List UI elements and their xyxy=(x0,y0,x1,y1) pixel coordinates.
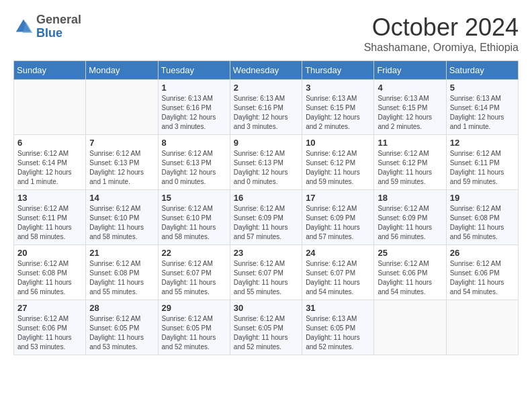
calendar-cell: 23Sunrise: 6:12 AM Sunset: 6:07 PM Dayli… xyxy=(230,245,302,300)
day-number: 18 xyxy=(378,193,442,203)
day-info: Sunrise: 6:12 AM Sunset: 6:06 PM Dayligh… xyxy=(17,314,82,352)
day-number: 7 xyxy=(89,138,154,148)
day-info: Sunrise: 6:12 AM Sunset: 6:09 PM Dayligh… xyxy=(234,204,298,242)
day-number: 8 xyxy=(162,138,226,148)
calendar-header-friday: Friday xyxy=(374,61,446,80)
day-number: 31 xyxy=(306,303,370,313)
logo-text: General Blue xyxy=(36,13,81,40)
day-info: Sunrise: 6:12 AM Sunset: 6:05 PM Dayligh… xyxy=(89,314,154,352)
calendar-week-row: 6Sunrise: 6:12 AM Sunset: 6:14 PM Daylig… xyxy=(14,135,519,190)
day-info: Sunrise: 6:13 AM Sunset: 6:05 PM Dayligh… xyxy=(306,314,370,352)
day-number: 20 xyxy=(17,248,82,258)
day-info: Sunrise: 6:12 AM Sunset: 6:06 PM Dayligh… xyxy=(378,259,442,297)
day-info: Sunrise: 6:12 AM Sunset: 6:10 PM Dayligh… xyxy=(162,204,226,242)
calendar-cell: 7Sunrise: 6:12 AM Sunset: 6:13 PM Daylig… xyxy=(86,135,158,190)
day-number: 14 xyxy=(89,193,154,203)
logo: General Blue xyxy=(13,13,81,40)
calendar-cell: 14Sunrise: 6:12 AM Sunset: 6:10 PM Dayli… xyxy=(86,190,158,245)
day-number: 19 xyxy=(450,193,515,203)
day-info: Sunrise: 6:12 AM Sunset: 6:11 PM Dayligh… xyxy=(17,204,82,242)
calendar-cell: 24Sunrise: 6:12 AM Sunset: 6:07 PM Dayli… xyxy=(302,245,374,300)
day-number: 9 xyxy=(234,138,298,148)
calendar-cell: 12Sunrise: 6:12 AM Sunset: 6:11 PM Dayli… xyxy=(446,135,518,190)
calendar-header-tuesday: Tuesday xyxy=(158,61,230,80)
day-info: Sunrise: 6:12 AM Sunset: 6:08 PM Dayligh… xyxy=(17,259,82,297)
day-info: Sunrise: 6:12 AM Sunset: 6:06 PM Dayligh… xyxy=(450,259,515,297)
calendar-header-row: SundayMondayTuesdayWednesdayThursdayFrid… xyxy=(14,61,519,80)
month-title: October 2024 xyxy=(364,13,519,42)
day-number: 16 xyxy=(234,193,298,203)
day-info: Sunrise: 6:12 AM Sunset: 6:11 PM Dayligh… xyxy=(450,149,515,187)
day-number: 11 xyxy=(378,138,442,148)
day-info: Sunrise: 6:12 AM Sunset: 6:05 PM Dayligh… xyxy=(234,314,298,352)
calendar-cell: 10Sunrise: 6:12 AM Sunset: 6:12 PM Dayli… xyxy=(302,135,374,190)
calendar-cell: 11Sunrise: 6:12 AM Sunset: 6:12 PM Dayli… xyxy=(374,135,446,190)
day-number: 27 xyxy=(17,303,82,313)
calendar-header-thursday: Thursday xyxy=(302,61,374,80)
day-info: Sunrise: 6:12 AM Sunset: 6:08 PM Dayligh… xyxy=(89,259,154,297)
logo-blue: Blue xyxy=(36,27,81,40)
day-info: Sunrise: 6:12 AM Sunset: 6:09 PM Dayligh… xyxy=(306,204,370,242)
day-number: 5 xyxy=(450,83,515,93)
day-info: Sunrise: 6:12 AM Sunset: 6:07 PM Dayligh… xyxy=(234,259,298,297)
calendar-cell: 26Sunrise: 6:12 AM Sunset: 6:06 PM Dayli… xyxy=(446,245,518,300)
day-number: 28 xyxy=(89,303,154,313)
calendar-cell: 15Sunrise: 6:12 AM Sunset: 6:10 PM Dayli… xyxy=(158,190,230,245)
calendar-week-row: 13Sunrise: 6:12 AM Sunset: 6:11 PM Dayli… xyxy=(14,190,519,245)
day-number: 13 xyxy=(17,193,82,203)
day-info: Sunrise: 6:12 AM Sunset: 6:07 PM Dayligh… xyxy=(162,259,226,297)
calendar-week-row: 1Sunrise: 6:13 AM Sunset: 6:16 PM Daylig… xyxy=(14,80,519,135)
day-info: Sunrise: 6:12 AM Sunset: 6:12 PM Dayligh… xyxy=(378,149,442,187)
calendar-cell: 22Sunrise: 6:12 AM Sunset: 6:07 PM Dayli… xyxy=(158,245,230,300)
calendar-cell: 18Sunrise: 6:12 AM Sunset: 6:09 PM Dayli… xyxy=(374,190,446,245)
day-number: 4 xyxy=(378,83,442,93)
page-header: General Blue October 2024 Shashamane, Or… xyxy=(13,13,519,54)
day-number: 12 xyxy=(450,138,515,148)
calendar-cell: 29Sunrise: 6:12 AM Sunset: 6:05 PM Dayli… xyxy=(158,300,230,355)
calendar-cell xyxy=(14,80,86,135)
day-number: 3 xyxy=(306,83,370,93)
calendar-cell: 27Sunrise: 6:12 AM Sunset: 6:06 PM Dayli… xyxy=(14,300,86,355)
day-number: 1 xyxy=(162,83,226,93)
calendar-header-saturday: Saturday xyxy=(446,61,518,80)
day-number: 6 xyxy=(17,138,82,148)
calendar-cell: 21Sunrise: 6:12 AM Sunset: 6:08 PM Dayli… xyxy=(86,245,158,300)
calendar-cell: 9Sunrise: 6:12 AM Sunset: 6:13 PM Daylig… xyxy=(230,135,302,190)
day-number: 2 xyxy=(234,83,298,93)
day-info: Sunrise: 6:12 AM Sunset: 6:09 PM Dayligh… xyxy=(378,204,442,242)
calendar-cell: 1Sunrise: 6:13 AM Sunset: 6:16 PM Daylig… xyxy=(158,80,230,135)
calendar-table: SundayMondayTuesdayWednesdayThursdayFrid… xyxy=(13,60,519,355)
calendar-header-sunday: Sunday xyxy=(14,61,86,80)
day-info: Sunrise: 6:12 AM Sunset: 6:13 PM Dayligh… xyxy=(89,149,154,187)
location: Shashamane, Oromiya, Ethiopia xyxy=(364,42,519,54)
day-number: 22 xyxy=(162,248,226,258)
calendar-cell: 28Sunrise: 6:12 AM Sunset: 6:05 PM Dayli… xyxy=(86,300,158,355)
day-number: 24 xyxy=(306,248,370,258)
calendar-cell: 31Sunrise: 6:13 AM Sunset: 6:05 PM Dayli… xyxy=(302,300,374,355)
calendar-header-monday: Monday xyxy=(86,61,158,80)
calendar-cell xyxy=(86,80,158,135)
calendar-cell: 20Sunrise: 6:12 AM Sunset: 6:08 PM Dayli… xyxy=(14,245,86,300)
day-number: 21 xyxy=(89,248,154,258)
day-info: Sunrise: 6:13 AM Sunset: 6:14 PM Dayligh… xyxy=(450,94,515,132)
calendar-header-wednesday: Wednesday xyxy=(230,61,302,80)
logo-general: General xyxy=(36,13,81,27)
calendar-cell xyxy=(374,300,446,355)
day-info: Sunrise: 6:12 AM Sunset: 6:05 PM Dayligh… xyxy=(162,314,226,352)
day-info: Sunrise: 6:12 AM Sunset: 6:08 PM Dayligh… xyxy=(450,204,515,242)
day-number: 10 xyxy=(306,138,370,148)
calendar-cell: 8Sunrise: 6:12 AM Sunset: 6:13 PM Daylig… xyxy=(158,135,230,190)
day-info: Sunrise: 6:12 AM Sunset: 6:13 PM Dayligh… xyxy=(162,149,226,187)
day-info: Sunrise: 6:12 AM Sunset: 6:14 PM Dayligh… xyxy=(17,149,82,187)
day-number: 25 xyxy=(378,248,442,258)
day-info: Sunrise: 6:12 AM Sunset: 6:07 PM Dayligh… xyxy=(306,259,370,297)
day-number: 15 xyxy=(162,193,226,203)
calendar-cell: 16Sunrise: 6:12 AM Sunset: 6:09 PM Dayli… xyxy=(230,190,302,245)
calendar-cell: 17Sunrise: 6:12 AM Sunset: 6:09 PM Dayli… xyxy=(302,190,374,245)
calendar-cell: 3Sunrise: 6:13 AM Sunset: 6:15 PM Daylig… xyxy=(302,80,374,135)
calendar-week-row: 20Sunrise: 6:12 AM Sunset: 6:08 PM Dayli… xyxy=(14,245,519,300)
day-info: Sunrise: 6:13 AM Sunset: 6:15 PM Dayligh… xyxy=(378,94,442,132)
calendar-cell: 6Sunrise: 6:12 AM Sunset: 6:14 PM Daylig… xyxy=(14,135,86,190)
calendar-cell: 13Sunrise: 6:12 AM Sunset: 6:11 PM Dayli… xyxy=(14,190,86,245)
calendar-cell: 19Sunrise: 6:12 AM Sunset: 6:08 PM Dayli… xyxy=(446,190,518,245)
